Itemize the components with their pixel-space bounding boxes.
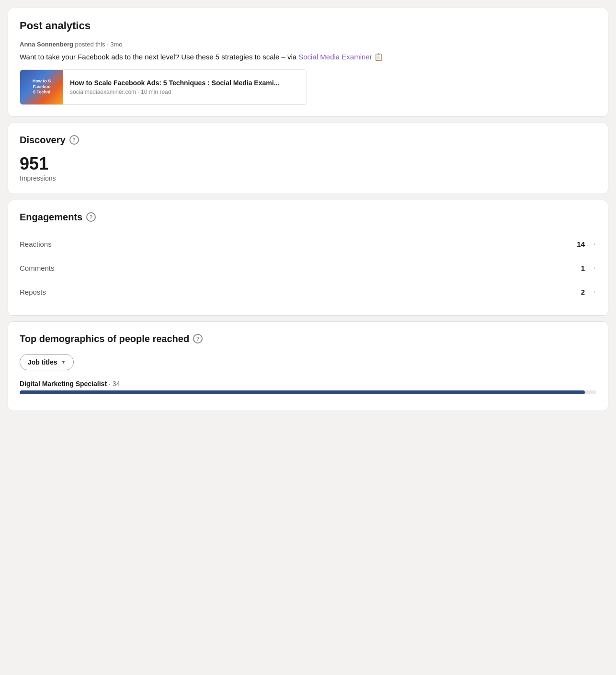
post-meta: Anna Sonnenberg posted this · 3mo	[20, 41, 596, 48]
reactions-arrow-icon: →	[590, 240, 596, 248]
discovery-card: Discovery ? 951 Impressions	[8, 123, 608, 194]
job-titles-dropdown[interactable]: Job titles ▼	[20, 354, 74, 370]
comments-count: 1	[581, 264, 585, 272]
post-link-text[interactable]: Social Media Examiner	[298, 53, 372, 61]
post-time-ago: 3mo	[110, 41, 122, 48]
engagement-row-reactions[interactable]: Reactions 14 →	[20, 232, 596, 256]
demographic-item-header: Digital Marketing Specialist · 34	[20, 380, 596, 388]
reposts-count: 2	[581, 288, 585, 296]
demographic-bar-track	[20, 390, 596, 394]
post-link-title: How to Scale Facebook Ads: 5 Techniques …	[70, 79, 279, 87]
post-analytics-card: Post analytics Anna Sonnenberg posted th…	[8, 8, 608, 117]
reactions-label: Reactions	[20, 240, 52, 248]
post-author: Anna Sonnenberg	[20, 41, 73, 48]
post-link-info: How to Scale Facebook Ads: 5 Techniques …	[63, 74, 286, 100]
post-link-preview[interactable]: How to SFaceboo5 Techni How to Scale Fac…	[20, 69, 307, 105]
demographic-item-name: Digital Marketing Specialist	[20, 380, 107, 388]
discovery-title: Discovery ?	[20, 135, 596, 146]
demographics-card: Top demographics of people reached ? Job…	[8, 321, 608, 411]
reposts-value: 2 →	[581, 288, 596, 296]
comments-label: Comments	[20, 264, 55, 272]
comments-value: 1 →	[581, 264, 596, 272]
comments-arrow-icon: →	[590, 264, 596, 272]
demographics-help-icon[interactable]: ?	[193, 334, 203, 343]
demographic-bar-fill	[20, 390, 585, 394]
post-meta-text: posted this	[75, 41, 105, 48]
reactions-value: 14 →	[577, 240, 596, 248]
engagement-row-reposts[interactable]: Reposts 2 →	[20, 280, 596, 304]
post-link-thumbnail: How to SFaceboo5 Techni	[20, 70, 63, 104]
dropdown-label: Job titles	[28, 358, 57, 366]
post-analytics-title: Post analytics	[20, 20, 596, 32]
engagements-help-icon[interactable]: ?	[86, 212, 96, 222]
reposts-label: Reposts	[20, 288, 46, 296]
demographics-title: Top demographics of people reached ?	[20, 333, 596, 344]
impressions-label: Impressions	[20, 174, 596, 182]
discovery-help-icon[interactable]: ?	[69, 135, 79, 145]
impressions-count: 951	[20, 155, 596, 172]
reactions-count: 14	[577, 240, 585, 248]
demographic-item-count: · 34	[109, 380, 120, 388]
demographics-controls: Job titles ▼	[20, 354, 596, 370]
thumbnail-text: How to SFaceboo5 Techni	[31, 77, 53, 97]
chevron-down-icon: ▼	[61, 359, 66, 365]
engagements-title: Engagements ?	[20, 212, 596, 223]
demographic-item: Digital Marketing Specialist · 34	[20, 380, 596, 394]
post-text-emoji: 📋	[374, 53, 383, 61]
post-body: Want to take your Facebook ads to the ne…	[20, 52, 596, 63]
post-link-domain: socialmediaexaminer.com · 10 min read	[70, 89, 279, 95]
reposts-arrow-icon: →	[590, 288, 596, 296]
engagements-card: Engagements ? Reactions 14 → Comments 1 …	[8, 200, 608, 316]
engagement-row-comments[interactable]: Comments 1 →	[20, 256, 596, 280]
post-text-before: Want to take your Facebook ads to the ne…	[20, 53, 298, 61]
